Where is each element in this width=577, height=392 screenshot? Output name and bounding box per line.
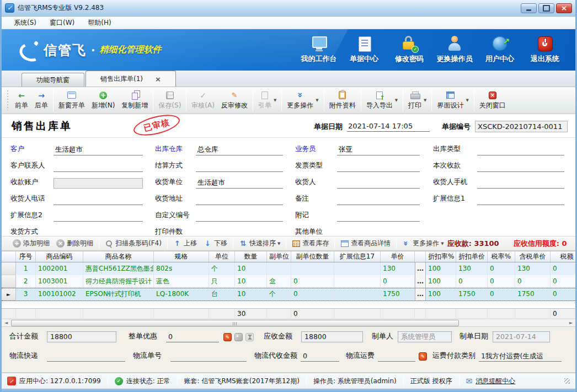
discount-edit-icon[interactable]: ✎ — [223, 333, 232, 341]
receive-unit-input[interactable]: 生活超市 — [196, 178, 283, 189]
dropdown-arrow-icon[interactable]: ▼ — [424, 98, 426, 103]
tracking-no-input[interactable] — [170, 351, 247, 362]
column-header[interactable]: 数量 — [235, 251, 267, 262]
switch-operator-button[interactable]: 更换操作员 — [432, 36, 477, 64]
tab-navigation[interactable]: 功能导航窗 — [22, 73, 84, 87]
invoice-type-input[interactable] — [337, 162, 420, 172]
table-row-selected[interactable]: ► 3 100101002 EPSON针式打印机 LQ-1800K 台 10 个… — [2, 288, 575, 301]
freight-input[interactable] — [378, 351, 415, 362]
dropdown-arrow-icon[interactable]: ▼ — [316, 98, 318, 103]
user-center-button[interactable]: ↗ 用户中心 — [477, 36, 522, 64]
maximize-button[interactable] — [538, 3, 554, 13]
freight-edit-icon[interactable]: ✎ — [419, 352, 427, 361]
remark-input[interactable] — [337, 195, 420, 205]
dropdown-arrow-icon[interactable]: ▼ — [441, 241, 444, 246]
postscript-input[interactable] — [337, 211, 420, 222]
dropdown-arrow-icon[interactable]: ▼ — [466, 98, 468, 103]
column-header[interactable]: 商品名称 — [83, 251, 154, 262]
column-header[interactable]: 税率% — [488, 251, 515, 262]
view-product-detail-button[interactable]: 查看商品详情 — [337, 238, 394, 249]
settle-method-input[interactable] — [196, 162, 283, 172]
doc-date-input[interactable]: 2021-07-14 17:05 — [347, 122, 430, 132]
customer-contact-input[interactable] — [54, 162, 143, 172]
unit-price-picker-button[interactable]: … — [415, 288, 426, 300]
change-password-button[interactable]: ✓ 修改密码 — [387, 36, 432, 64]
column-header[interactable]: 副单位 — [267, 251, 291, 262]
scrollbar-thumb[interactable] — [11, 320, 459, 326]
tab-sales-outbound[interactable]: 销售出库单(1) × — [86, 71, 176, 87]
column-header[interactable]: 规格 — [154, 251, 209, 262]
column-header[interactable]: 折扣率% — [426, 251, 456, 262]
print-count-input[interactable] — [196, 228, 283, 236]
dropdown-arrow-icon[interactable]: ▼ — [277, 241, 280, 246]
horizontal-scrollbar[interactable]: ◄ ► — [2, 319, 575, 327]
delete-detail-button[interactable]: ×删除明细 — [53, 238, 97, 249]
ship-method-input[interactable] — [54, 228, 143, 236]
scroll-right-arrow[interactable]: ► — [567, 319, 575, 327]
tab-close-icon[interactable]: × — [155, 75, 161, 83]
menu-help[interactable]: 帮助(H) — [81, 17, 117, 29]
customer-input[interactable]: 生活超市 — [54, 145, 143, 155]
menu-window[interactable]: 窗口(W) — [43, 17, 81, 29]
column-header[interactable]: 含税单价 — [515, 251, 551, 262]
print-button[interactable]: 打印 ▼ — [405, 89, 430, 112]
ext-info1-input[interactable] — [477, 195, 564, 205]
receiver-mobile-input[interactable] — [477, 178, 564, 189]
quick-sort-button[interactable]: ⇅快速排序▼ — [236, 238, 284, 249]
warehouse-input[interactable]: 总仓库 — [196, 145, 283, 155]
column-header[interactable]: 折扣单价 — [456, 251, 488, 262]
freight-pay-type-input[interactable]: 1我方付运费(生成运 — [479, 351, 562, 362]
salesman-input[interactable]: 张亚 — [337, 145, 420, 155]
unit-price-picker-button[interactable]: … — [415, 262, 426, 275]
column-header[interactable]: 单位 — [209, 251, 235, 262]
prev-doc-button[interactable]: ← 前单 — [12, 89, 31, 112]
exit-system-button[interactable]: 退出系统 — [522, 36, 568, 64]
workbench-button[interactable]: 我的工作台 — [296, 36, 341, 64]
resize-grip[interactable] — [564, 378, 570, 384]
unit-price-picker-button[interactable]: … — [415, 275, 426, 288]
receiver-phone-input[interactable] — [54, 195, 143, 205]
custom-no-input[interactable] — [196, 211, 283, 222]
attachments-button[interactable]: 附件资料 — [326, 89, 359, 112]
document-center-button[interactable]: 单据中心 — [341, 36, 387, 64]
other-unit-input[interactable] — [337, 228, 420, 236]
order-discount-input[interactable]: 0 — [166, 332, 219, 342]
unaudit-edit-button[interactable]: ✎ 反审修改 — [218, 89, 251, 112]
import-export-button[interactable]: ↑ 导入导出 ▼ — [363, 89, 401, 112]
move-down-button[interactable]: ↓下移 — [200, 238, 231, 249]
column-header[interactable]: 扩展信息17 — [334, 251, 381, 262]
scan-barcode-button[interactable]: 扫描条形码(F4) — [101, 238, 165, 249]
row-selector-current[interactable]: ► — [2, 288, 16, 300]
column-header[interactable]: 商品编码 — [36, 251, 83, 262]
cod-amount-input[interactable]: 0 — [301, 351, 339, 362]
column-header[interactable]: 副单位数量 — [291, 251, 334, 262]
logistics-express-input[interactable] — [47, 351, 125, 362]
current-receipt-input[interactable] — [477, 162, 564, 172]
message-center-link[interactable]: ✉ 消息提醒中心 — [466, 377, 516, 386]
dropdown-arrow-icon[interactable]: ▼ — [274, 98, 276, 103]
add-detail-button[interactable]: +添加明细 — [9, 238, 53, 249]
row-selector[interactable] — [2, 262, 16, 275]
table-row[interactable]: 1 1002001 惠普CH561ZZ黑色墨盒 802s 个 10 130 … … — [2, 262, 575, 275]
more-actions-button[interactable]: » 更多操作 ▼ — [284, 89, 322, 112]
ui-design-button[interactable]: 界面设计 ▼ — [434, 89, 472, 112]
column-header[interactable]: 序号 — [16, 251, 36, 262]
view-stock-button[interactable]: 查看库存 — [288, 238, 332, 249]
column-header[interactable]: 税额 — [551, 251, 575, 262]
receiver-input[interactable] — [337, 178, 420, 189]
minimize-button[interactable] — [521, 3, 537, 13]
scroll-left-arrow[interactable]: ◄ — [2, 319, 10, 327]
move-up-button[interactable]: ↑上移 — [170, 238, 200, 249]
row-selector[interactable] — [2, 275, 16, 288]
close-button[interactable]: × — [556, 3, 572, 13]
add-new-button[interactable]: + 新增(N) — [88, 89, 118, 112]
close-window-button[interactable]: × 关闭窗口 — [476, 89, 509, 112]
table-row[interactable]: 2 1003001 得力经典防滑握手设计 蓝色 只 10 盒 0 0 … 100… — [2, 275, 575, 288]
detail-more-actions-button[interactable]: »更多操作▼ — [399, 238, 447, 249]
dropdown-arrow-icon[interactable]: ▼ — [395, 98, 398, 103]
menu-system[interactable]: 系统(S) — [7, 17, 43, 29]
ext-info2-input[interactable] — [54, 211, 143, 222]
copy-new-button[interactable]: 复制新增 — [118, 89, 151, 112]
new-window-order-button[interactable]: 新窗开单 — [55, 89, 88, 112]
outbound-type-input[interactable] — [477, 145, 564, 155]
